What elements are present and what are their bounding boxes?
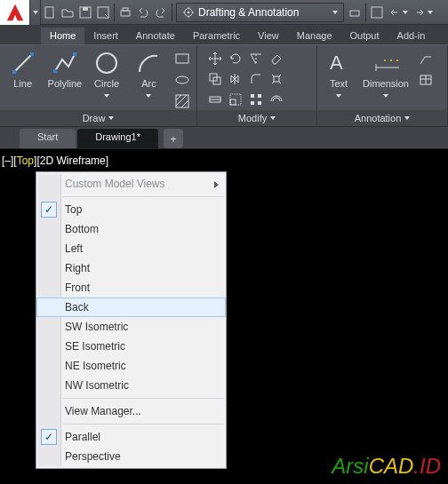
cmd-offset[interactable] [268, 91, 285, 108]
cmd-rectangle[interactable] [173, 50, 191, 67]
qat-print-icon[interactable] [346, 0, 364, 25]
tab-view[interactable]: View [249, 28, 288, 44]
viewport-bracket-left: [–][ [2, 155, 17, 167]
menu-sw-iso[interactable]: SW Isometric [36, 317, 226, 337]
menu-parallel[interactable]: ✓ Parallel [36, 427, 226, 447]
cmd-rotate[interactable] [227, 50, 244, 67]
tab-output[interactable]: Output [341, 28, 388, 44]
qat-separator-3 [365, 4, 366, 21]
doc-tab-drawing1[interactable]: Drawing1* [77, 129, 158, 148]
cmd-fillet[interactable] [247, 70, 265, 88]
cmd-dimension[interactable]: Dimension [362, 50, 410, 99]
panel-annotation-title[interactable]: Annotation [317, 110, 447, 126]
svg-rect-0 [45, 7, 53, 18]
menu-back[interactable]: Back [36, 298, 226, 317]
menu-separator [63, 196, 224, 197]
qat-new-icon[interactable] [41, 0, 59, 25]
autocad-logo-icon [5, 3, 25, 22]
cmd-text[interactable]: A Text [323, 50, 355, 99]
svg-rect-12 [350, 11, 359, 16]
cmd-array[interactable] [247, 91, 265, 108]
cmd-table[interactable] [417, 71, 435, 89]
qat-save2-icon[interactable] [368, 0, 386, 25]
cmd-circle[interactable]: Circle [90, 50, 124, 99]
cmd-circle-label: Circle [94, 78, 119, 99]
menu-custom-views[interactable]: Custom Model Views [36, 174, 226, 194]
menu-se-iso[interactable]: SE Isometric [36, 337, 226, 356]
app-menu-dropdown[interactable] [30, 0, 41, 25]
panel-modify-title[interactable]: Modify [197, 110, 316, 126]
cmd-polyline[interactable]: Polyline [47, 50, 82, 89]
hatch-icon [174, 93, 190, 109]
cmd-explode[interactable] [268, 70, 285, 88]
svg-rect-15 [12, 70, 16, 74]
menu-view-manager[interactable]: View Manager... [36, 401, 226, 421]
cmd-line[interactable]: Line [5, 50, 40, 89]
menu-front[interactable]: Front [36, 278, 226, 298]
qat-redo-icon[interactable] [152, 0, 170, 25]
workspace-selector[interactable]: Drafting & Annotation [176, 3, 344, 22]
ribbon-tabs: Home Insert Annotate Parametric View Man… [0, 25, 448, 44]
cmd-copy[interactable] [206, 70, 224, 88]
panel-draw-title[interactable]: Draw [0, 110, 196, 126]
doc-tab-add[interactable]: + [164, 129, 183, 148]
menu-top[interactable]: ✓ Top [36, 200, 226, 219]
circle-icon [94, 51, 119, 75]
qat-separator-2 [172, 4, 172, 21]
mirror-icon [228, 72, 243, 86]
menu-bottom[interactable]: Bottom [36, 219, 226, 239]
tab-home[interactable]: Home [41, 28, 84, 44]
cmd-trim[interactable] [247, 50, 265, 67]
svg-point-49 [390, 60, 392, 61]
qat-redo2-icon[interactable] [411, 0, 436, 25]
menu-perspective[interactable]: Perspective [36, 447, 226, 466]
cmd-line-label: Line [13, 78, 32, 89]
svg-rect-41 [258, 94, 261, 98]
cmd-hatch[interactable] [173, 92, 191, 110]
qat-open-icon[interactable] [59, 0, 76, 25]
cmd-arc[interactable]: Arc [132, 50, 166, 99]
cmd-stretch[interactable] [206, 91, 224, 108]
cmd-move[interactable] [206, 50, 224, 67]
qat-plot-icon[interactable] [116, 0, 134, 25]
svg-rect-4 [121, 11, 130, 16]
document-tabs: Start Drawing1* + [0, 126, 448, 149]
cmd-arc-label: Arc [141, 78, 156, 99]
tab-insert[interactable]: Insert [84, 28, 127, 44]
svg-line-14 [14, 54, 32, 72]
cmd-mirror[interactable] [227, 70, 244, 88]
app-logo[interactable] [0, 0, 30, 25]
drawing-canvas[interactable]: [–][Top][2D Wireframe] Custom Model View… [0, 149, 448, 484]
svg-rect-20 [176, 54, 188, 63]
menu-ne-iso[interactable]: NE Isometric [36, 356, 226, 376]
scale-icon [228, 92, 243, 107]
fillet-icon [249, 72, 263, 86]
menu-right[interactable]: Right [36, 258, 226, 278]
qat-undo2-icon[interactable] [386, 0, 411, 25]
doc-tab-start[interactable]: Start [20, 129, 76, 148]
tab-manage[interactable]: Manage [288, 28, 341, 44]
menu-nw-iso[interactable]: NW Isometric [36, 376, 226, 395]
text-icon: A [327, 52, 350, 75]
svg-rect-31 [274, 76, 279, 82]
move-icon [208, 52, 222, 66]
qat-save-icon[interactable] [76, 0, 94, 25]
chevron-down-icon [403, 11, 408, 14]
tab-addin[interactable]: Add-in [388, 28, 435, 44]
chevron-down-icon [108, 116, 114, 120]
cmd-ellipse[interactable] [173, 71, 191, 89]
tab-annotate[interactable]: Annotate [127, 28, 184, 44]
svg-rect-38 [230, 99, 236, 105]
cmd-scale[interactable] [227, 91, 244, 108]
cmd-text-label: Text [330, 78, 348, 99]
tab-parametric[interactable]: Parametric [184, 28, 249, 44]
qat-saveas-icon[interactable] [94, 0, 112, 25]
viewport-label[interactable]: [–][Top][2D Wireframe] [2, 155, 108, 167]
menu-left[interactable]: Left [36, 239, 226, 258]
svg-line-23 [176, 95, 181, 100]
view-context-menu: Custom Model Views ✓ Top Bottom Left Rig… [36, 171, 227, 469]
gear-icon [182, 6, 195, 19]
cmd-erase[interactable] [268, 50, 285, 67]
cmd-leader[interactable] [417, 50, 435, 67]
qat-undo-icon[interactable] [134, 0, 152, 25]
